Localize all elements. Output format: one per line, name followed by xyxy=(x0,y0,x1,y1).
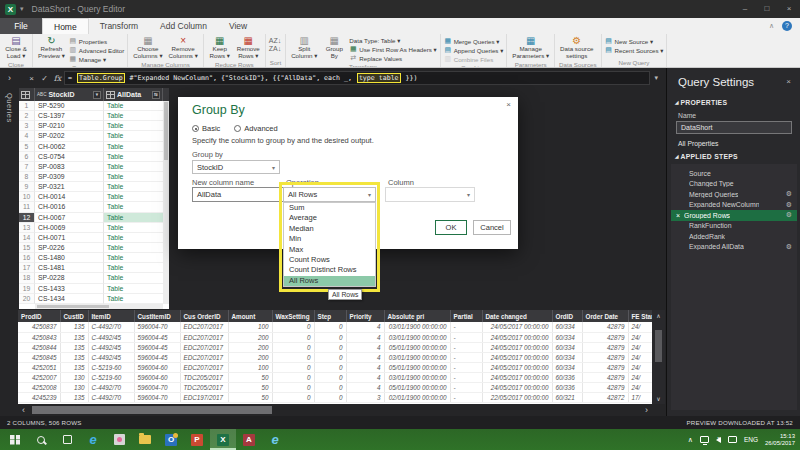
column-header-date-changed[interactable]: Date changed xyxy=(482,310,552,322)
data-type-button[interactable]: Data Type: Table ▾ xyxy=(349,37,436,44)
recent-sources-button[interactable]: ▤Recent Sources ▾ xyxy=(605,46,664,54)
basic-radio[interactable]: Basic xyxy=(192,124,220,133)
column-header-amount[interactable]: Amount xyxy=(228,310,272,322)
column-header-itemid[interactable]: ItemID xyxy=(88,310,134,322)
volume-muted-icon[interactable] xyxy=(716,437,721,443)
preview-horizontal-scrollbar[interactable]: ‹ › xyxy=(18,404,652,416)
manage-parameters-button[interactable]: ▦ManageParameters ▾ xyxy=(510,35,551,60)
stockid-cell[interactable]: CH-0062 xyxy=(35,142,104,152)
clock[interactable]: 15:13 26/05/2017 xyxy=(765,433,795,447)
horizontal-scrollbar[interactable] xyxy=(35,304,163,309)
applied-step-changed-type[interactable]: Changed Type xyxy=(671,179,797,190)
alldata-table-link[interactable]: Table xyxy=(104,152,163,162)
keep-rows-button[interactable]: ▦KeepRows ▾ xyxy=(207,35,233,60)
manage-button[interactable]: ▦Manage ▾ xyxy=(69,55,124,63)
row-number[interactable]: 17 xyxy=(19,263,35,273)
scrollbar-thumb[interactable] xyxy=(164,102,168,160)
new-source-button[interactable]: ▤New Source ▾ xyxy=(605,37,664,45)
row-number[interactable]: 3 xyxy=(19,121,35,131)
row-number[interactable]: 2 xyxy=(19,111,35,121)
row-number[interactable]: 8 xyxy=(19,172,35,182)
column-header-priority[interactable]: Priority xyxy=(346,310,384,322)
close-button[interactable] xyxy=(778,0,800,18)
row-number[interactable]: 10 xyxy=(19,192,35,202)
language-indicator[interactable]: ENG xyxy=(744,436,758,443)
merge-queries-button[interactable]: ▦Merge Queries ▾ xyxy=(444,37,504,45)
column-header-partial[interactable]: Partial xyxy=(450,310,482,322)
scrollbar-thumb[interactable] xyxy=(655,330,662,362)
row-number[interactable]: 16 xyxy=(19,253,35,263)
column-header-waxsetting[interactable]: WaxSetting xyxy=(272,310,314,322)
row-number[interactable]: 14 xyxy=(19,233,35,243)
alldata-table-link[interactable]: Table xyxy=(104,223,163,233)
taskbar-powerpoint-icon[interactable] xyxy=(184,429,210,450)
applied-step-source[interactable]: Source xyxy=(671,168,797,179)
alldata-table-link[interactable]: Table xyxy=(104,263,163,273)
properties-button[interactable]: ▤Properties xyxy=(69,37,124,45)
alldata-table-link[interactable]: Table xyxy=(104,142,163,152)
row-number[interactable]: 15 xyxy=(19,243,35,253)
network-icon[interactable] xyxy=(700,436,709,443)
alldata-table-link[interactable]: Table xyxy=(104,111,163,121)
stockid-cell[interactable]: CS-0754 xyxy=(35,152,104,162)
alldata-table-link[interactable]: Table xyxy=(104,131,163,141)
split-column-button[interactable]: ▥SplitColumn ▾ xyxy=(289,35,319,62)
operation-option-sum[interactable]: Sum xyxy=(284,203,375,213)
column-header-ordid[interactable]: OrdID xyxy=(552,310,582,322)
scroll-right-icon[interactable]: › xyxy=(645,404,648,416)
group-by-button[interactable]: ▦GroupBy xyxy=(321,35,347,62)
taskbar-search-icon[interactable] xyxy=(28,429,54,450)
column-header-fe-start-dat[interactable]: FE Start Dat xyxy=(628,310,652,322)
commit-formula-icon[interactable] xyxy=(38,74,51,83)
stockid-cell[interactable]: SP-0083 xyxy=(35,162,104,172)
stockid-cell[interactable]: CH-0069 xyxy=(35,223,104,233)
taskbar-app-icon[interactable] xyxy=(106,429,132,450)
stockid-cell[interactable]: CS-1397 xyxy=(35,111,104,121)
refresh-preview-button[interactable]: ↻RefreshPreview ▾ xyxy=(36,35,67,63)
applied-step-rankfunction[interactable]: RankFunction xyxy=(671,221,797,232)
alldata-table-link[interactable]: Table xyxy=(104,213,163,223)
vertical-scrollbar[interactable] xyxy=(163,101,169,304)
row-number[interactable]: 13 xyxy=(19,223,35,233)
taskbar-start-icon[interactable] xyxy=(2,429,28,450)
notifications-icon[interactable] xyxy=(728,436,737,443)
alldata-table-link[interactable]: Table xyxy=(104,233,163,243)
stockid-cell[interactable]: SP-0321 xyxy=(35,182,104,192)
alldata-table-link[interactable]: Table xyxy=(104,284,163,294)
column-header-alldata[interactable]: AllData xyxy=(104,88,163,101)
applied-step-expanded-alldata[interactable]: Expanded AllData xyxy=(671,242,797,253)
alldata-table-link[interactable]: Table xyxy=(104,162,163,172)
step-settings-gear-icon[interactable] xyxy=(786,201,792,209)
stockid-cell[interactable]: CS-1434 xyxy=(35,294,104,304)
query-settings-close-icon[interactable] xyxy=(786,77,791,86)
fx-icon[interactable] xyxy=(51,74,64,83)
operation-select[interactable]: All Rows xyxy=(283,187,376,202)
taskbar-task-view-icon[interactable] xyxy=(54,429,80,450)
stockid-cell[interactable]: CH-0067 xyxy=(35,213,104,223)
operation-option-count-distinct-rows[interactable]: Count Distinct Rows xyxy=(284,265,375,275)
append-queries-button[interactable]: ▤Append Queries ▾ xyxy=(444,46,504,54)
alldata-table-link[interactable]: Table xyxy=(104,172,163,182)
advanced-editor-button[interactable]: ▥Advanced Editor xyxy=(69,46,124,54)
scroll-down-icon[interactable]: ∨ xyxy=(652,395,665,402)
alldata-table-link[interactable]: Table xyxy=(104,243,163,253)
row-number[interactable]: 7 xyxy=(19,162,35,172)
operation-option-max[interactable]: Max xyxy=(284,245,375,255)
row-number[interactable]: 18 xyxy=(19,273,35,283)
quick-access-dropdown-icon[interactable] xyxy=(20,5,24,13)
taskbar-file-explorer-icon[interactable] xyxy=(132,429,158,450)
column-header-prodid[interactable]: ProdID xyxy=(18,310,60,322)
remove-columns-button[interactable]: ×RemoveColumns ▾ xyxy=(167,35,200,60)
stockid-cell[interactable]: CS-1481 xyxy=(35,263,104,273)
help-icon[interactable] xyxy=(782,21,792,31)
alldata-table-link[interactable]: Table xyxy=(104,294,163,304)
operation-option-average[interactable]: Average xyxy=(284,213,375,223)
applied-step-addedrank[interactable]: AddedRank xyxy=(671,231,797,242)
close-and-load-button[interactable]: ▤Close &Load ▾ xyxy=(3,35,29,60)
column-select[interactable] xyxy=(385,187,475,202)
applied-step-merged-queries[interactable]: Merged Queries xyxy=(671,189,797,200)
row-number[interactable]: 20 xyxy=(19,294,35,304)
column-header-custid[interactable]: CustID xyxy=(60,310,88,322)
step-settings-gear-icon[interactable] xyxy=(786,211,792,219)
column-header-order-date[interactable]: Order Date xyxy=(582,310,628,322)
